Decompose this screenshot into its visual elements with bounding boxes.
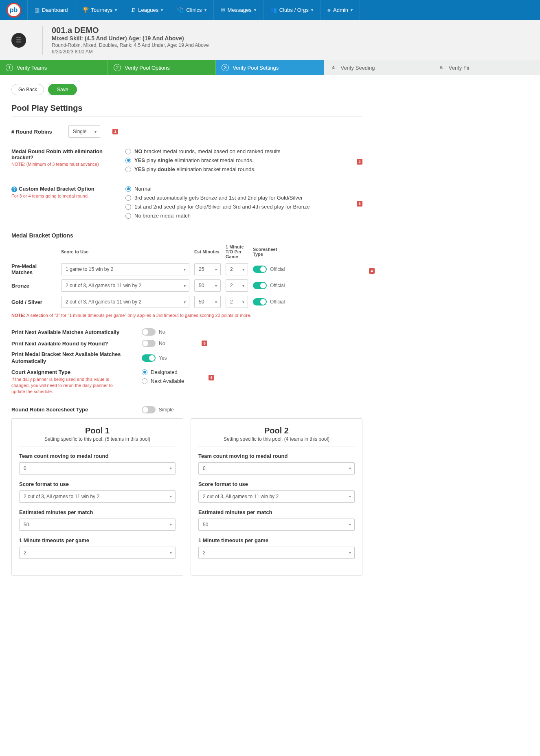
pool-title: Pool 1 [19, 426, 176, 435]
print-round-toggle[interactable] [142, 340, 156, 347]
print-medal-toggle[interactable] [142, 354, 156, 362]
go-back-button[interactable]: Go Back [11, 84, 44, 95]
pool-timeouts-select[interactable]: 2 [198, 547, 355, 559]
radio-icon [142, 378, 147, 384]
medal-rr-option-single[interactable]: YES play single elimination bracket meda… [125, 157, 345, 163]
mbo-row-label: Gold / Silver [11, 299, 56, 305]
custom-bracket-help: For 3 or 4 teams going to medal round. [11, 193, 113, 198]
pool-timeouts-label: 1 Minute timeouts per game [19, 537, 176, 543]
pool-score-format-label: Score format to use [19, 481, 176, 487]
step-1[interactable]: 1Verify Teams [0, 60, 108, 75]
step-label: Verify Teams [17, 65, 47, 71]
mbo-est-select[interactable]: 50 [194, 296, 221, 308]
pool-est-min-select[interactable]: 50 [198, 519, 355, 531]
pool-score-format-select[interactable]: 2 out of 3, All games to 11 win by 2 [198, 490, 355, 503]
medal-bracket-grid: Score to Use Est Minutes 1 Minute T/O Pe… [11, 244, 362, 308]
custom-bracket-3rd-bronze[interactable]: 3rd seed automatically gets Bronze and 1… [125, 195, 345, 201]
mbo-est-select[interactable]: 50 [194, 279, 221, 292]
mbo-score-select[interactable]: 2 out of 3, All games to 11 win by 2 [61, 296, 189, 308]
nav-clubs-orgs[interactable]: 👥Clubs / Orgs▾ [263, 0, 320, 20]
nav-label: Clubs / Orgs [279, 7, 309, 13]
nav-label: Admin [333, 7, 348, 13]
mbo-sheet-toggle[interactable] [253, 266, 267, 273]
chevron-down-icon: ▾ [161, 8, 163, 12]
step-2[interactable]: 2Verify Pool Options [108, 60, 216, 75]
nav-label: Leagues [138, 7, 158, 13]
chevron-down-icon: ▾ [115, 8, 117, 12]
print-auto-label: Print Next Available Matches Automatical… [11, 329, 130, 335]
marker-2: 2 [357, 159, 362, 165]
nav-leagues[interactable]: ⇵Leagues▾ [124, 0, 170, 20]
logo-icon: pb [7, 3, 21, 18]
custom-bracket-1-2-3-4[interactable]: 1st and 2nd seed play for Gold/Silver an… [125, 204, 345, 210]
medal-rr-option-double[interactable]: YES play double elimination bracket meda… [125, 166, 345, 172]
mbo-to-select[interactable]: 2 [226, 279, 248, 292]
custom-bracket-normal[interactable]: Normal [125, 186, 345, 192]
chevron-down-icon: ▾ [254, 8, 256, 12]
nav-admin[interactable]: ⎈Admin▾ [320, 0, 360, 20]
step-4[interactable]: 4Verify Seeding [324, 60, 432, 75]
nav-icon: 🏆 [82, 7, 89, 13]
print-auto-toggle[interactable] [142, 328, 156, 336]
nav-icon: 🩺 [177, 7, 184, 13]
court-label: Court Assignment Type [11, 369, 130, 375]
mbo-score-select[interactable]: 2 out of 3, All games to 11 win by 2 [61, 279, 189, 292]
step-number: 4 [330, 64, 337, 71]
pools-container: Pool 1 Setting specific to this pool. (5… [11, 418, 362, 576]
step-label: Verify Pool Settings [233, 65, 279, 71]
print-round-value: No [159, 341, 165, 346]
chevron-down-icon: ▾ [311, 8, 313, 12]
nav-icon: ⎈ [327, 7, 331, 13]
pool-team-count-label: Team count moving to medal round [198, 453, 355, 459]
custom-bracket-no-bronze[interactable]: No bronze medal match [125, 213, 345, 219]
rr-sheet-toggle[interactable] [142, 406, 156, 413]
mbo-to-select[interactable]: 2 [226, 296, 248, 308]
save-button[interactable]: Save [48, 84, 77, 95]
col-est: Est Minutes [194, 249, 221, 254]
logo[interactable]: pb [0, 0, 28, 20]
wizard-stepper: 1Verify Teams2Verify Pool Options3Verify… [0, 60, 540, 75]
nav-icon: 👥 [270, 7, 277, 13]
nav-icon: ▥ [35, 7, 40, 13]
pool-score-format-select[interactable]: 2 out of 3, All games to 11 win by 2 [19, 490, 176, 503]
mbo-score-select[interactable]: 1 game to 15 win by 2 [61, 263, 189, 275]
step-3[interactable]: 3Verify Pool Settings [216, 60, 324, 75]
nav-tourneys[interactable]: 🏆Tourneys▾ [75, 0, 125, 20]
radio-icon [125, 149, 131, 154]
step-number: 2 [114, 64, 121, 71]
radio-icon [125, 204, 131, 210]
court-help: If the daily planner is being used and t… [11, 376, 125, 395]
pool-timeouts-select[interactable]: 2 [19, 547, 176, 559]
medal-rr-help: NOTE: (Minimum of 3 teams must advance) [11, 162, 113, 167]
nav-messages[interactable]: ✉Messages▾ [214, 0, 263, 20]
mbo-sheet-value: Official [270, 266, 285, 272]
rr-sheet-label: Round Robin Scoresheet Type [11, 407, 130, 413]
step-number: 1 [6, 64, 13, 71]
step-number: 3 [222, 64, 229, 71]
page-title: 001.a DEMO [52, 26, 209, 35]
mbo-sheet-toggle[interactable] [253, 298, 267, 305]
mbo-to-select[interactable]: 2 [226, 263, 248, 275]
court-designated[interactable]: Designated [142, 369, 184, 375]
pool-team-count-select[interactable]: 0 [19, 462, 176, 475]
radio-icon [142, 369, 147, 375]
help-icon[interactable]: ? [11, 187, 17, 192]
mbo-sheet-toggle[interactable] [253, 282, 267, 289]
col-sheet: Scoresheet Type [253, 247, 285, 257]
medal-rr-option-no[interactable]: NO bracket medal rounds, medal based on … [125, 148, 345, 154]
round-robins-select[interactable]: Single [68, 125, 100, 138]
menu-button[interactable]: ☰ [11, 33, 26, 48]
pool-team-count-label: Team count moving to medal round [19, 453, 176, 459]
medal-bracket-options-title: Medal Bracket Options [11, 232, 362, 239]
radio-icon [125, 213, 131, 219]
mbo-est-select[interactable]: 25 [194, 263, 221, 275]
step-5[interactable]: 5Verify Fir [432, 60, 540, 75]
nav-label: Clinics [186, 7, 202, 13]
nav-clinics[interactable]: 🩺Clinics▾ [170, 0, 213, 20]
nav-dashboard[interactable]: ▥Dashboard [28, 0, 75, 20]
pool-est-min-select[interactable]: 50 [19, 519, 176, 531]
court-next-available[interactable]: Next Available [142, 378, 184, 384]
step-label: Verify Fir [449, 65, 470, 71]
pool-team-count-select[interactable]: 0 [198, 462, 355, 475]
col-score: Score to Use [61, 249, 189, 254]
